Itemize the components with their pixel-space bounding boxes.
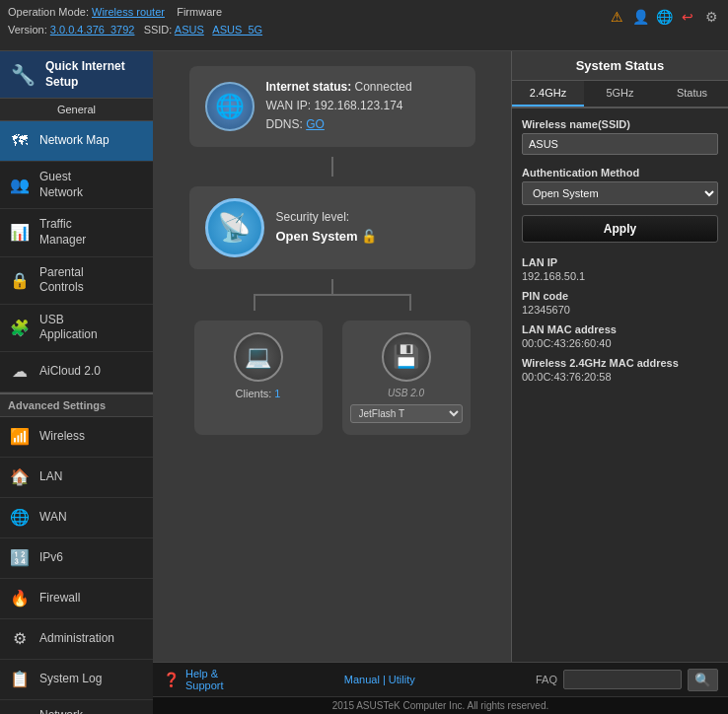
- sidebar-item-administration[interactable]: ⚙ Administration: [0, 619, 153, 660]
- ssid-value: ASUS: [175, 24, 204, 36]
- operation-mode-value: Wireless router: [92, 6, 165, 18]
- sidebar-item-firewall[interactable]: 🔥 Firewall: [0, 579, 153, 619]
- administration-label: Administration: [39, 631, 114, 647]
- wireless-icon: 📶: [8, 425, 32, 449]
- sidebar-item-traffic-manager[interactable]: 📊 TrafficManager: [0, 209, 153, 256]
- internet-status-label: Internet status:: [266, 80, 352, 94]
- ss-tab-5g[interactable]: 5GHz: [584, 81, 656, 107]
- parental-controls-label: ParentalControls: [39, 265, 84, 296]
- top-bar-info: Operation Mode: Wireless router Firmware…: [8, 4, 262, 38]
- connector-top: [331, 157, 333, 177]
- quick-setup-label: Quick InternetSetup: [45, 59, 125, 90]
- firewall-label: Firewall: [39, 591, 80, 607]
- ss-tab-2g[interactable]: 2.4GHz: [512, 81, 584, 107]
- sidebar-item-parental-controls[interactable]: 🔒 ParentalControls: [0, 257, 153, 305]
- sidebar-item-network-tools[interactable]: 🔧 NetworkTools: [0, 700, 153, 714]
- manual-link[interactable]: Manual: [344, 674, 380, 685]
- ipv6-label: IPv6: [39, 550, 63, 566]
- client-label: Clients: 1: [236, 388, 281, 399]
- lan-icon: 🏠: [8, 465, 32, 489]
- power-icon[interactable]: ↩: [679, 8, 696, 26]
- wan-ip-label: WAN IP:: [266, 99, 312, 112]
- bottom-links: Manual | Utility: [344, 674, 415, 685]
- wan-icon: 🌐: [8, 506, 32, 530]
- sidebar-item-wireless[interactable]: 📶 Wireless: [0, 417, 153, 458]
- sidebar: 🔧 Quick InternetSetup General 🗺 Network …: [0, 51, 153, 714]
- sidebar-item-network-map[interactable]: 🗺 Network Map: [0, 121, 153, 162]
- parental-controls-icon: 🔒: [8, 268, 32, 292]
- ipv6-icon: 🔢: [8, 546, 32, 570]
- apply-button[interactable]: Apply: [522, 215, 718, 243]
- network-map-icon: 🗺: [8, 129, 32, 153]
- ss-tabs: 2.4GHz 5GHz Status: [512, 81, 728, 108]
- utility-link[interactable]: Utility: [389, 674, 415, 685]
- main-content: 🔧 Quick InternetSetup General 🗺 Network …: [0, 51, 728, 714]
- aicloud-label: AiCloud 2.0: [39, 364, 101, 380]
- settings-icon[interactable]: ⚙: [702, 8, 720, 26]
- sidebar-item-aicloud[interactable]: ☁ AiCloud 2.0: [0, 352, 153, 393]
- internet-icon: 🌐: [205, 82, 255, 131]
- lan-ip-value: 192.168.50.1: [522, 270, 718, 282]
- security-icon: 🔓: [361, 229, 377, 244]
- sidebar-item-wan[interactable]: 🌐 WAN: [0, 498, 153, 538]
- ddns-link[interactable]: GO: [306, 117, 325, 131]
- sidebar-item-quick-setup[interactable]: 🔧 Quick InternetSetup: [0, 51, 153, 99]
- pin-label: PIN code: [522, 290, 718, 302]
- wireless-label: Wireless: [39, 429, 85, 445]
- faq-label: FAQ: [536, 674, 557, 685]
- sidebar-item-ipv6[interactable]: 🔢 IPv6: [0, 538, 153, 579]
- lan-mac-label: LAN MAC address: [522, 323, 718, 335]
- sidebar-item-lan[interactable]: 🏠 LAN: [0, 458, 153, 498]
- user-icon[interactable]: 👤: [631, 8, 649, 26]
- ssid-input[interactable]: [522, 133, 718, 155]
- auth-select[interactable]: Open System WPA2-Personal WPA-Auto-Perso…: [522, 181, 718, 205]
- ss-body: Wireless name(SSID) Authentication Metho…: [512, 108, 728, 662]
- help-support: ❓ Help & Support: [163, 668, 224, 691]
- sidebar-item-guest-network[interactable]: 👥 GuestNetwork: [0, 162, 153, 209]
- firmware-label: Firmware: [177, 6, 222, 18]
- faq-input[interactable]: [563, 670, 682, 689]
- ssid-field-label: Wireless name(SSID): [522, 118, 718, 130]
- sidebar-item-system-log[interactable]: 📋 System Log: [0, 660, 153, 700]
- system-log-label: System Log: [39, 672, 102, 687]
- search-button[interactable]: 🔍: [688, 669, 718, 691]
- devices-row: 💻 Clients: 1 💾 USB 2.0 JetFlash T: [189, 321, 475, 435]
- aicloud-icon: ☁: [8, 360, 32, 384]
- top-bar-icons: ⚠ 👤 🌐 ↩ ⚙: [608, 8, 720, 26]
- ssid-label: SSID:: [144, 24, 173, 36]
- usb-device-select[interactable]: JetFlash T: [350, 404, 463, 423]
- usb-application-icon: 🧩: [8, 316, 32, 339]
- ss-tab-status[interactable]: Status: [656, 81, 728, 107]
- usb-application-label: USBApplication: [39, 313, 98, 343]
- guest-network-label: GuestNetwork: [39, 170, 83, 200]
- ddns-label: DDNS:: [266, 117, 303, 131]
- system-status-title: System Status: [512, 51, 728, 81]
- network-map-label: Network Map: [39, 133, 109, 149]
- internet-box: 🌐 Internet status: Connected WAN IP: 192…: [189, 66, 475, 147]
- lan-label: LAN: [39, 469, 62, 485]
- content-panel: 🌐 Internet status: Connected WAN IP: 192…: [153, 51, 728, 714]
- copyright-bar: 2015 ASUSTeK Computer Inc. All rights re…: [153, 696, 728, 714]
- traffic-manager-label: TrafficManager: [39, 217, 86, 248]
- quick-setup-icon: 🔧: [8, 63, 37, 87]
- copyright-text: 2015 ASUSTeK Computer Inc. All rights re…: [332, 700, 549, 711]
- lan-mac-value: 00:0C:43:26:60:40: [522, 337, 718, 349]
- network-icon[interactable]: 🌐: [655, 8, 673, 26]
- router-info: Security level: Open System 🔓: [276, 208, 378, 248]
- administration-icon: ⚙: [8, 627, 32, 651]
- usb-label: USB 2.0: [388, 388, 424, 398]
- network-diagram: 🌐 Internet status: Connected WAN IP: 192…: [153, 51, 511, 662]
- pin-value: 12345670: [522, 304, 718, 316]
- sidebar-item-usb-application[interactable]: 🧩 USBApplication: [0, 305, 153, 352]
- version-label: Version:: [8, 24, 47, 36]
- usb-icon: 💾: [382, 332, 431, 382]
- system-log-icon: 📋: [8, 668, 32, 691]
- auth-field-label: Authentication Method: [522, 167, 718, 178]
- bottom-bar: ❓ Help & Support Manual | Utility FAQ 🔍: [153, 662, 728, 696]
- notification-icon[interactable]: ⚠: [608, 8, 625, 26]
- wan-ip-value: 192.168.123.174: [314, 99, 402, 112]
- network-tools-label: NetworkTools: [39, 708, 83, 714]
- help-label[interactable]: Help & Support: [185, 668, 224, 691]
- network-area: 🌐 Internet status: Connected WAN IP: 192…: [153, 51, 728, 662]
- internet-info: Internet status: Connected WAN IP: 192.1…: [266, 78, 412, 135]
